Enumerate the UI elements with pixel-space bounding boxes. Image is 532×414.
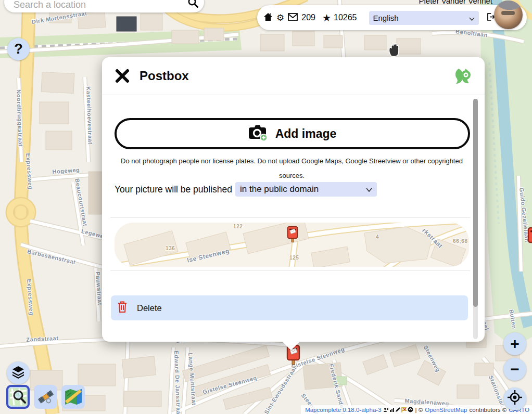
mangrove-logo-icon[interactable]: [453, 67, 472, 85]
divider: [110, 270, 470, 271]
add-image-label: Add image: [275, 127, 337, 141]
stats-icon[interactable]: [389, 407, 395, 412]
zoom-in-button[interactable]: +: [503, 332, 526, 355]
help-button[interactable]: ?: [7, 38, 30, 60]
pencil-icon[interactable]: [395, 407, 401, 412]
publish-license-row: Your picture will be published in the pu…: [115, 182, 377, 197]
messages-count[interactable]: 209: [301, 13, 315, 22]
zoom-out-button[interactable]: −: [503, 358, 526, 381]
map-controls: + −: [503, 332, 526, 410]
language-value: English: [373, 14, 399, 22]
license-select[interactable]: in the public domain: [235, 182, 377, 197]
search-icon[interactable]: [187, 0, 199, 10]
zoom-in-label: +: [510, 335, 520, 353]
delete-button[interactable]: Delete: [111, 295, 468, 320]
style-button-satellite[interactable]: [34, 385, 57, 409]
delete-label: Delete: [137, 303, 162, 313]
add-image-button[interactable]: Add image: [115, 118, 470, 149]
home-icon[interactable]: [263, 12, 273, 23]
layers-button[interactable]: [7, 361, 30, 384]
publish-prefix: Your picture will be published: [115, 184, 232, 195]
language-select[interactable]: English: [369, 11, 479, 25]
search-input[interactable]: [14, 0, 184, 10]
user-name: Pieter Vander Vennet: [419, 0, 493, 5]
camera-plus-icon: [248, 124, 268, 144]
divider: [110, 217, 470, 218]
settings-gear-icon[interactable]: ⚙: [276, 14, 284, 22]
style-button-osm[interactable]: [6, 385, 30, 409]
postbox-dialog: Postbox Add image Do not photograph peop…: [102, 57, 485, 342]
chevron-down-icon: [366, 184, 372, 195]
crosshair-icon: [507, 390, 523, 409]
trash-icon: [117, 301, 128, 315]
header-divider: [102, 95, 485, 95]
location-minimap[interactable]: 122136lse Steenweg1254rkstraat66;68: [115, 223, 469, 267]
messages-icon[interactable]: [288, 13, 298, 23]
close-icon[interactable]: [115, 68, 130, 84]
avatar[interactable]: [494, 1, 523, 29]
attribution-bar: Mapcomplete 0.18.0-alpha-3 | © OpenStree…: [301, 405, 532, 414]
contributors-icon[interactable]: [384, 407, 389, 412]
scrollbar-thumb[interactable]: [473, 99, 478, 307]
license-note: Do not photograph people nor license pla…: [121, 154, 463, 183]
geolocate-button[interactable]: [503, 387, 526, 410]
dialog-title: Postbox: [140, 69, 453, 83]
help-label: ?: [14, 41, 23, 57]
attribution-middle: contributors ©: [469, 407, 506, 413]
dialog-scrollbar[interactable]: [473, 99, 478, 339]
chevron-down-icon: [469, 14, 475, 22]
community-icon[interactable]: [408, 407, 413, 412]
postbox-marker-edge[interactable]: [527, 227, 532, 251]
changesets-count[interactable]: 10265: [334, 13, 357, 22]
attribution-icons: [384, 407, 413, 412]
attribution-divider: | ©: [415, 407, 423, 413]
zoom-out-label: −: [510, 360, 520, 378]
dialog-header: Postbox: [102, 57, 485, 95]
license-value: in the public domain: [240, 184, 319, 195]
flag-icon[interactable]: [401, 407, 407, 412]
search-bar: [4, 0, 204, 12]
postbox-marker[interactable]: [286, 344, 301, 368]
mapcomplete-version-link[interactable]: Mapcomplete 0.18.0-alpha-3: [305, 407, 381, 413]
user-toolbar: ⚙ 209 ★ 10265 English: [257, 5, 527, 30]
osm-link[interactable]: OpenStreetMap: [425, 407, 467, 413]
style-button-map[interactable]: [61, 385, 85, 409]
background-style-picker: [6, 385, 85, 409]
layers-icon: [11, 365, 25, 381]
minimap-postbox-marker: [286, 226, 299, 245]
mapcomplete-app: { "search": { "placeholder": "Search a l…: [0, 0, 532, 414]
star-icon: ★: [322, 13, 331, 23]
